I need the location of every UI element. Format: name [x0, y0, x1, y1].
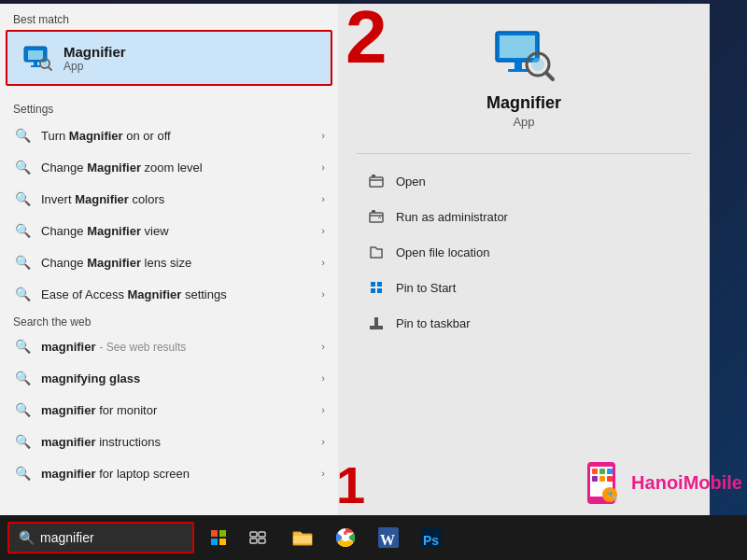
svg-rect-45	[592, 476, 598, 482]
svg-rect-9	[514, 62, 522, 69]
app-icon-large: Magnifier App	[486, 22, 561, 129]
svg-rect-44	[607, 469, 613, 474]
svg-rect-16	[370, 213, 383, 222]
svg-text:Ps: Ps	[423, 533, 439, 548]
taskbar: 🔍	[0, 515, 747, 560]
arrow-1: ›	[321, 161, 325, 173]
watermark-mobile: Mobile	[684, 472, 742, 493]
best-match-label: Best match	[0, 4, 338, 30]
settings-text-0: Turn Magnifier on or off	[41, 129, 325, 143]
web-text-1: magnifying glass	[41, 371, 325, 385]
settings-icon-0: 🔍	[13, 126, 32, 145]
action-pin-start[interactable]: Pin to Start	[357, 270, 691, 305]
action-list: Open Run as administrator Open file loca…	[357, 163, 691, 341]
settings-item-5[interactable]: 🔍 Ease of Access Magnifier settings ›	[0, 278, 338, 310]
admin-icon	[366, 206, 387, 227]
svg-rect-26	[211, 539, 218, 545]
settings-item-3[interactable]: 🔍 Change Magnifier view ›	[0, 215, 338, 246]
action-admin[interactable]: Run as administrator	[357, 199, 691, 234]
desktop: 2 1 Best match	[0, 0, 747, 560]
svg-text:W: W	[380, 532, 395, 548]
app-type: App	[513, 115, 534, 129]
taskbar-chrome-icon[interactable]	[325, 515, 366, 560]
settings-text-3: Change Magnifier view	[41, 224, 325, 238]
svg-rect-32	[293, 536, 312, 543]
web-search-icon-2: 🔍	[13, 400, 32, 419]
web-search-icon-3: 🔍	[13, 432, 32, 451]
best-match-item[interactable]: Magnifier App	[6, 30, 332, 86]
taskbar-start-btn[interactable]	[202, 521, 235, 554]
settings-icon-4: 🔍	[13, 253, 32, 272]
svg-rect-14	[370, 177, 383, 187]
taskbar-photoshop-icon[interactable]: Ps	[411, 515, 452, 560]
svg-rect-28	[250, 532, 257, 537]
web-item-1[interactable]: 🔍 magnifying glass ›	[0, 362, 338, 394]
taskbar-search-input[interactable]	[40, 530, 183, 545]
right-panel: Magnifier App Open Run as administrator	[338, 4, 710, 515]
web-item-0[interactable]: 🔍 magnifier- See web results ›	[0, 330, 338, 362]
svg-rect-23	[374, 317, 378, 326]
taskbar-explorer-icon[interactable]	[282, 515, 323, 560]
svg-rect-47	[607, 476, 613, 482]
svg-point-6	[43, 62, 48, 66]
file-location-icon	[366, 242, 387, 262]
svg-rect-27	[219, 539, 226, 545]
action-admin-text: Run as administrator	[396, 210, 508, 224]
svg-rect-10	[508, 69, 529, 72]
settings-icon-5: 🔍	[13, 285, 32, 303]
web-item-4[interactable]: 🔍 magnifier for laptop screen ›	[0, 457, 338, 489]
web-item-3[interactable]: 🔍 magnifier instructions ›	[0, 426, 338, 457]
taskbar-app-icons: W Ps	[282, 515, 452, 560]
svg-rect-42	[592, 469, 598, 474]
web-text-4: magnifier for laptop screen	[41, 467, 325, 481]
app-icon-img	[491, 22, 557, 88]
action-pin-start-text: Pin to Start	[396, 281, 456, 295]
settings-item-4[interactable]: 🔍 Change Magnifier lens size ›	[0, 246, 338, 278]
action-pin-taskbar[interactable]: Pin to taskbar	[357, 305, 691, 341]
arrow-3: ›	[321, 225, 325, 236]
best-match-title: Magnifier	[63, 44, 126, 60]
settings-item-1[interactable]: 🔍 Change Magnifier zoom level ›	[0, 151, 338, 183]
taskbar-icons	[202, 521, 275, 554]
task-view-btn[interactable]	[241, 521, 275, 554]
action-open[interactable]: Open	[357, 163, 691, 199]
svg-text:🔧: 🔧	[606, 489, 618, 501]
svg-line-5	[49, 67, 51, 70]
svg-rect-25	[219, 530, 226, 537]
svg-rect-19	[377, 282, 382, 287]
web-arrow-3: ›	[321, 436, 325, 447]
divider	[357, 153, 691, 154]
settings-text-2: Invert Magnifier colors	[41, 192, 325, 206]
taskbar-search-icon: 🔍	[19, 530, 35, 545]
left-panel: Best match Magnifier	[0, 4, 338, 515]
web-item-2[interactable]: 🔍 magnifier for monitor ›	[0, 394, 338, 426]
label-2: 2	[345, 0, 388, 75]
web-search-icon-1: 🔍	[13, 369, 32, 387]
web-text-2: magnifier for monitor	[41, 403, 325, 417]
settings-text-4: Change Magnifier lens size	[41, 256, 325, 270]
svg-rect-29	[259, 532, 265, 537]
action-pin-taskbar-text: Pin to taskbar	[396, 316, 471, 330]
arrow-5: ›	[321, 288, 325, 300]
svg-rect-17	[372, 210, 375, 213]
web-text-0: magnifier- See web results	[41, 340, 325, 354]
web-search-icon-0: 🔍	[13, 337, 32, 356]
svg-rect-46	[599, 476, 605, 482]
web-search-icon-4: 🔍	[13, 464, 32, 483]
svg-rect-31	[259, 539, 265, 543]
best-match-text: Magnifier App	[63, 44, 126, 73]
arrow-2: ›	[321, 193, 325, 204]
settings-item-2[interactable]: 🔍 Invert Magnifier colors ›	[0, 183, 338, 215]
settings-icon-3: 🔍	[13, 221, 32, 240]
pin-taskbar-icon	[366, 313, 387, 333]
svg-point-12	[531, 58, 544, 71]
taskbar-word-icon[interactable]: W	[368, 515, 409, 560]
taskbar-search-box[interactable]: 🔍	[7, 522, 194, 553]
arrow-4: ›	[321, 257, 325, 268]
best-match-subtitle: App	[63, 60, 126, 73]
action-file-location[interactable]: Open file location	[357, 234, 691, 270]
settings-section: Settings 🔍 Turn Magnifier on or off › 🔍 …	[0, 86, 338, 310]
arrow-0: ›	[321, 130, 325, 141]
settings-item-0[interactable]: 🔍 Turn Magnifier on or off ›	[0, 119, 338, 151]
svg-rect-20	[371, 288, 375, 293]
